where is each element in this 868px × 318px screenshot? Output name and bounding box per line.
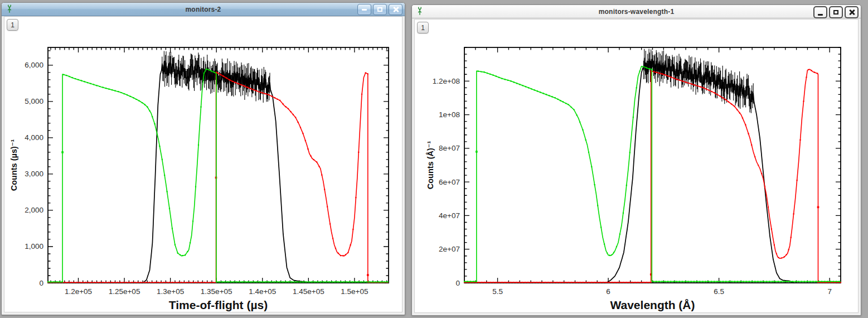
minimize-icon (818, 14, 823, 16)
chopper-window-green-line (48, 69, 389, 282)
maximize-icon (377, 7, 382, 12)
y-tick-label: 5,000 (25, 97, 43, 105)
chopper-window-red-point-marker (817, 206, 819, 209)
chopper-window-green-line (464, 66, 841, 282)
window-title: monitors-wavelength-1 (412, 8, 861, 16)
chopper-window-red-point-marker (367, 274, 369, 276)
mantid-logo-icon (5, 4, 14, 13)
y-axis-title: Counts (Å)⁻¹ (426, 141, 435, 190)
y-tick-label: 6e+07 (439, 178, 460, 186)
maximize-icon (833, 10, 838, 15)
chopper-window-red-line (48, 72, 389, 282)
y-tick-label: 3,000 (25, 170, 43, 178)
x-tick-label: 5.5 (492, 287, 503, 296)
plot-frame (464, 47, 841, 283)
chopper-window-red-line (464, 69, 841, 282)
y-tick-label: 2e+07 (439, 245, 460, 253)
chopper-window-green-point-marker (476, 151, 478, 153)
y-tick-label: 0 (455, 279, 460, 287)
wavelength-monitors-chart[interactable]: 5.566.5702e+074e+076e+078e+071e+081.2e+0… (415, 20, 859, 313)
y-tick-label: 4e+07 (439, 211, 460, 220)
close-button[interactable] (845, 6, 859, 18)
plot-canvas-area: 1.2e+051.25e+051.3e+051.35e+051.4e+051.4… (4, 16, 403, 312)
y-tick-label: 8e+07 (439, 144, 460, 152)
x-tick-label: 1.35e+05 (201, 287, 232, 296)
maximize-button[interactable] (829, 6, 843, 18)
x-axis-title: Wavelength (Å) (610, 298, 695, 311)
x-tick-label: 1.25e+05 (109, 287, 140, 296)
close-button[interactable] (389, 4, 403, 15)
tof-monitors-chart[interactable]: 1.2e+051.25e+051.3e+051.35e+051.4e+051.4… (4, 17, 402, 312)
minimize-button[interactable] (357, 4, 371, 15)
x-tick-label: 1.4e+05 (249, 287, 276, 296)
x-axis-title: Time-of-flight (µs) (169, 298, 268, 311)
titlebar-monitors-wavelength-1[interactable]: monitors-wavelength-1 (412, 5, 861, 18)
chopper-window-green-point-marker (61, 151, 64, 153)
close-icon (849, 9, 855, 15)
monitor-spectrum-black-errorbars (644, 49, 754, 113)
maximize-button[interactable] (373, 4, 387, 15)
x-tick-label: 1.5e+05 (341, 287, 368, 296)
y-tick-label: 1.2e+08 (433, 77, 460, 85)
y-tick-label: 2,000 (25, 206, 43, 214)
x-tick-label: 6.5 (714, 287, 724, 296)
y-tick-label: 6,000 (25, 61, 43, 69)
y-tick-label: 4,000 (25, 133, 43, 142)
y-tick-label: 0 (39, 279, 43, 287)
axis-ticks (464, 47, 841, 283)
x-tick-label: 6 (606, 287, 610, 296)
layer-1-button[interactable]: 1 (7, 19, 18, 31)
window-monitors-wavelength-1: monitors-wavelength-1 5.566.5702e+074e+0… (411, 4, 861, 316)
y-tick-label: 1,000 (25, 242, 43, 250)
x-tick-label: 7 (827, 287, 832, 296)
y-tick-label: 1e+08 (439, 110, 460, 119)
minimize-icon (362, 9, 367, 11)
plot-canvas-area: 5.566.5702e+074e+076e+078e+071e+081.2e+0… (414, 19, 859, 313)
chopper-window-red-markers (464, 69, 841, 283)
y-axis-title: Counts (µs)⁻¹ (9, 139, 18, 191)
x-tick-label: 1.2e+05 (65, 287, 92, 296)
window-monitors-2: monitors-2 1.2e+051.25e+051.3e+051.35e+0… (1, 2, 405, 315)
mantid-logo-icon (415, 7, 424, 16)
minimize-button[interactable] (813, 6, 827, 18)
titlebar-monitors-2[interactable]: monitors-2 (2, 3, 405, 16)
window-title: monitors-2 (2, 6, 405, 13)
x-tick-label: 1.3e+05 (157, 287, 184, 296)
layer-1-button[interactable]: 1 (417, 22, 429, 33)
x-tick-label: 1.45e+05 (293, 287, 324, 296)
close-icon (393, 7, 399, 12)
